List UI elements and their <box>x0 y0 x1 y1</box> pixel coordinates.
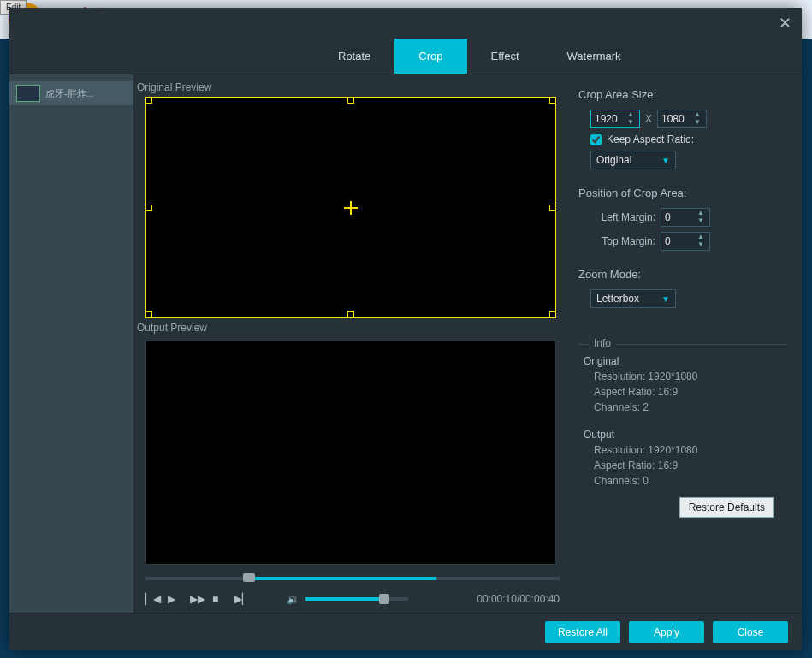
dialog-footer: Restore All Apply Close <box>9 613 802 650</box>
playback-time: 00:00:10/00:00:40 <box>448 593 560 605</box>
chevron-down-icon: ▼ <box>661 156 670 165</box>
height-down-icon[interactable]: ▼ <box>692 119 702 127</box>
play-icon[interactable]: ▶ <box>168 593 180 605</box>
prev-frame-icon[interactable]: ▏◀ <box>145 593 157 605</box>
clip-item[interactable]: 虎牙-胖炸... <box>9 81 133 105</box>
tab-watermark[interactable]: Watermark <box>543 39 645 74</box>
tab-effect[interactable]: Effect <box>467 39 543 74</box>
tab-crop[interactable]: Crop <box>394 39 466 74</box>
timeline-slider[interactable] <box>145 572 560 584</box>
left-margin-label: Left Margin: <box>590 211 655 223</box>
width-down-icon[interactable]: ▼ <box>625 119 636 127</box>
output-preview-label: Output Preview <box>137 322 568 334</box>
chevron-down-icon: ▼ <box>661 294 670 304</box>
dimension-separator: X <box>645 113 652 125</box>
info-orig-resolution: Resolution: 1920*1080 <box>594 370 788 382</box>
left-margin-input[interactable]: 0 ▲▼ <box>661 208 710 227</box>
restore-defaults-button[interactable]: Restore Defaults <box>679 497 774 518</box>
close-icon[interactable]: ✕ <box>779 14 791 33</box>
top-margin-input[interactable]: 0 ▲▼ <box>661 232 710 251</box>
info-orig-aspect: Aspect Ratio: 16:9 <box>594 386 788 398</box>
original-preview-canvas[interactable] <box>145 97 556 318</box>
keep-aspect-ratio-label: Keep Aspect Ratio: <box>607 133 694 145</box>
info-original-title: Original <box>584 355 788 367</box>
info-orig-channels: Channels: 2 <box>594 401 788 413</box>
restore-all-button[interactable]: Restore All <box>545 621 620 643</box>
volume-icon[interactable]: 🔉 <box>287 593 299 605</box>
zoom-mode-select[interactable]: Letterbox ▼ <box>590 289 676 308</box>
volume-slider[interactable] <box>305 597 408 601</box>
aspect-ratio-select[interactable]: Original ▼ <box>590 151 676 169</box>
output-preview-canvas <box>145 341 556 564</box>
apply-button[interactable]: Apply <box>629 621 704 643</box>
info-out-resolution: Resolution: 1920*1080 <box>594 444 788 456</box>
close-button[interactable]: Close <box>713 621 788 643</box>
clip-thumbnail <box>16 85 40 102</box>
dialog-titlebar: ✕ <box>9 8 802 39</box>
playback-controls: ▏◀ ▶ ▶▶ ■ ▶▏ 🔉 00:00:10/00:00:40 <box>137 584 568 613</box>
next-frame-icon[interactable]: ▶▏ <box>234 593 246 605</box>
clip-label: 虎牙-胖炸... <box>45 87 94 100</box>
tab-rotate[interactable]: Rotate <box>314 39 394 74</box>
crop-settings-panel: Crop Area Size: 1920 ▲▼ X 1080 ▲▼ Keep A… <box>568 74 802 613</box>
top-down-icon[interactable]: ▼ <box>696 241 706 249</box>
original-preview-label: Original Preview <box>137 81 568 93</box>
crop-dialog: ✕ Rotate Crop Effect Watermark 虎牙-胖炸... … <box>9 8 802 650</box>
clip-list-panel: 虎牙-胖炸... <box>9 74 133 613</box>
stop-icon[interactable]: ■ <box>212 593 224 605</box>
fast-forward-icon[interactable]: ▶▶ <box>190 593 202 605</box>
zoom-mode-title: Zoom Mode: <box>578 268 788 281</box>
info-out-aspect: Aspect Ratio: 16:9 <box>594 459 788 471</box>
crop-width-input[interactable]: 1920 ▲▼ <box>590 110 640 128</box>
preview-panel: Original Preview Output Preview ▏◀ ▶ ▶▶ <box>133 74 568 613</box>
info-out-channels: Channels: 0 <box>594 475 788 487</box>
info-output-title: Output <box>584 429 788 441</box>
crop-position-title: Position of Crop Area: <box>578 187 788 199</box>
info-header: Info <box>578 330 788 345</box>
crop-size-title: Crop Area Size: <box>578 88 788 101</box>
crop-height-input[interactable]: 1080 ▲▼ <box>657 110 707 128</box>
crop-center-cross-icon <box>344 201 358 215</box>
top-margin-label: Top Margin: <box>590 235 655 247</box>
keep-aspect-ratio-checkbox[interactable] <box>590 134 602 145</box>
left-down-icon[interactable]: ▼ <box>696 217 706 225</box>
effect-tabs: Rotate Crop Effect Watermark <box>9 39 802 74</box>
volume-control: 🔉 <box>287 593 408 605</box>
